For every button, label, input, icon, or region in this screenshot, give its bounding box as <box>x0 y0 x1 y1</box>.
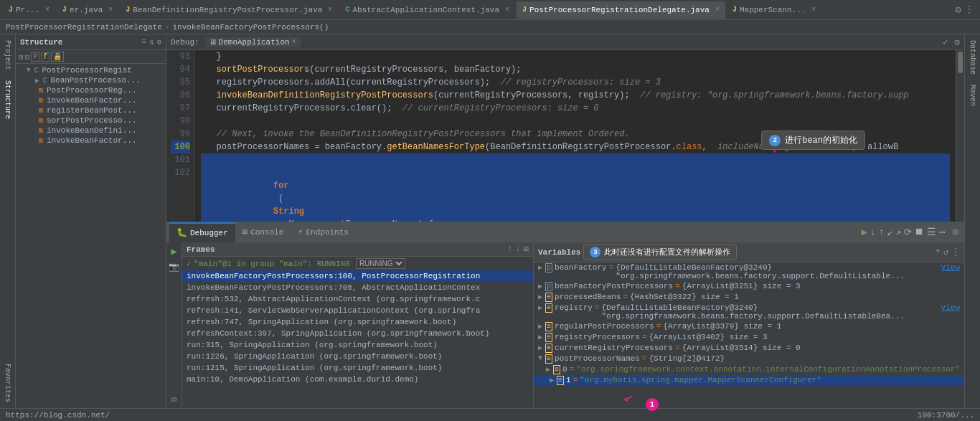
down-icon[interactable]: ↓ <box>516 244 521 255</box>
frame-item[interactable]: refresh:532, AbstractApplicationContext … <box>182 293 533 305</box>
tab-project[interactable]: J Pr... × <box>3 1 55 19</box>
lock-icon[interactable]: 🔒 <box>51 52 64 62</box>
var-value: {String[2]@4172} <box>649 354 725 363</box>
tab-close-icon[interactable]: × <box>505 6 509 14</box>
tree-item-6[interactable]: m invokeBeanDefini... <box>16 126 166 136</box>
alpha-icon[interactable]: P <box>31 52 39 62</box>
scrollbar[interactable] <box>956 50 964 222</box>
var-item-selected[interactable]: ▶ ≡ 1 = "org.mybatis.spring.mapper.Mappe… <box>534 375 964 386</box>
var-item[interactable]: ▶ p beanFactoryPostProcessors = {ArrayLi… <box>534 281 964 292</box>
f-icon[interactable]: f <box>41 52 50 62</box>
favorites-tab[interactable]: Favorites <box>4 361 11 405</box>
tab-close-icon[interactable]: × <box>328 6 332 14</box>
frame-item[interactable]: refresh:747, SpringApplication (org.spri… <box>182 316 533 328</box>
project-tab[interactable]: Project <box>4 37 11 73</box>
toolbar-btn-7[interactable]: ⏹ <box>915 227 924 237</box>
structure-tab[interactable]: Structure <box>4 77 11 122</box>
frame-item[interactable]: run:1215, SpringApplication (org.springf… <box>182 362 533 374</box>
var-item[interactable]: ▶ ≡ currentRegistryProcessors = {ArrayLi… <box>534 343 964 354</box>
var-item[interactable]: ▶ ≡ regularPostProcessors = {ArrayList@3… <box>534 321 964 332</box>
tree-item-7[interactable]: m invokeBeanFactor... <box>16 136 166 146</box>
var-name: beanFactory <box>555 263 607 272</box>
toolbar-btn-4[interactable]: ↙ <box>887 227 892 238</box>
bubble-text-2: 进行bean的初始化 <box>785 134 857 146</box>
frame-item[interactable]: refreshContext:397, SpringApplication (o… <box>182 328 533 339</box>
settings-icon[interactable]: ⚙ <box>956 4 961 16</box>
frame-item[interactable]: run:1226, SpringApplication (org.springf… <box>182 351 533 362</box>
play-icon[interactable]: ▶ <box>171 245 176 257</box>
expand-icon[interactable]: ▼ <box>538 354 542 362</box>
toolbar-btn-8[interactable]: ☰ <box>927 226 936 238</box>
expand-icon[interactable]: ▶ <box>538 303 542 312</box>
toolbar-btn-6[interactable]: ⟳ <box>904 227 912 238</box>
view-link[interactable]: View <box>941 263 960 272</box>
tab-bdrpp[interactable]: J BeanDefinitionRegistryPostProcessor.ja… <box>120 1 338 19</box>
toolbar-btn-5[interactable]: ↗ <box>895 227 901 238</box>
var-item[interactable]: ▶ ≡ registry = {DefaultListableBeanFacto… <box>534 303 964 321</box>
expand-icon[interactable]: ▶ <box>538 322 542 331</box>
expand-icon[interactable]: ▶ <box>538 293 542 301</box>
filter-icon[interactable]: ⊞ <box>19 52 24 62</box>
tab-label: BeanDefinitionRegistryPostProcessor.java <box>133 6 322 14</box>
demo-app-tab[interactable]: 🖥 DemoApplication × <box>205 37 301 47</box>
tab-close-icon[interactable]: × <box>811 6 816 14</box>
frame-item[interactable]: refresh:141, ServletWebServerApplication… <box>182 305 533 316</box>
tab-pprd[interactable]: J PostProcessorRegistrationDelegate.java… <box>517 1 725 19</box>
toolbar-btn-9[interactable]: ⋯ <box>939 226 945 238</box>
toolbar-btn-3[interactable]: ↑ <box>879 227 885 237</box>
tab-close-icon[interactable]: × <box>108 6 113 14</box>
expand-icon[interactable]: ▶ <box>538 344 542 352</box>
tree-item-5[interactable]: m sortPostProcesso... <box>16 115 166 126</box>
expand-icon[interactable]: ▶ <box>546 365 550 374</box>
database-tab[interactable]: Database <box>969 37 976 77</box>
expand-icon[interactable]: ▶ <box>538 282 542 290</box>
toolbar-btn-2[interactable]: ↓ <box>870 227 876 237</box>
toolbar-btn-1[interactable]: ▶ <box>861 226 867 238</box>
add-var-icon[interactable]: + <box>936 247 941 257</box>
infinite-icon[interactable]: ∞ <box>171 394 176 405</box>
expand-icon[interactable]: ▶ <box>550 376 554 384</box>
filter-icon2[interactable]: ⊟ <box>25 52 30 62</box>
tab-label: AbstractApplicationContext.java <box>352 6 499 14</box>
frame-item[interactable]: run:315, SpringApplication (org.springfr… <box>182 339 533 351</box>
tree-item-2[interactable]: m PostProcessorReg... <box>16 85 166 95</box>
tab-er[interactable]: J er.java × <box>57 1 118 19</box>
sort-icon[interactable]: ≡ <box>141 37 146 47</box>
tab-console[interactable]: ⊞ Console <box>235 222 291 242</box>
settings-icon[interactable]: ⚙ <box>954 37 960 48</box>
checkmark-icon: ✓ <box>943 36 948 48</box>
thread-selector[interactable]: RUNNING <box>356 258 405 269</box>
camera-icon[interactable]: 📷 <box>169 262 179 273</box>
tree-item-4[interactable]: m registerBeanPost... <box>16 105 166 115</box>
var-item[interactable]: ▶ p beanFactory = {DefaultListableBeanFa… <box>534 262 964 281</box>
frame-item[interactable]: invokeBeanFactoryPostProcessors:100, Pos… <box>182 270 533 282</box>
tree-item-3[interactable]: m invokeBeanFactor... <box>16 95 166 105</box>
tree-item-1[interactable]: ▶ C BeanPostProcesso... <box>16 75 166 85</box>
tab-aac[interactable]: C AbstractApplicationContext.java × <box>339 1 515 19</box>
frame-item[interactable]: main:10, DemoApplication (com.example.du… <box>182 374 533 385</box>
filter-frame-icon[interactable]: ⊞ <box>524 244 529 255</box>
tab-debugger[interactable]: 🐛 Debugger <box>169 222 235 242</box>
var-item[interactable]: ▶ ≡ registryProcessors = {ArrayList@3402… <box>534 332 964 343</box>
expand-icon[interactable]: ▶ <box>538 263 542 272</box>
tab-mapper[interactable]: J MapperScann... × <box>727 1 821 19</box>
tree-item-root[interactable]: ▼ C PostProcessorRegist <box>16 65 166 75</box>
var-item[interactable]: ▶ ≡ processedBeans = {HashSet@3322} size… <box>534 292 964 303</box>
settings-icon[interactable]: ⚙ <box>156 37 161 47</box>
tab-close-icon[interactable]: × <box>715 6 720 14</box>
layout-icon[interactable]: ⊞ <box>950 226 961 238</box>
frame-item[interactable]: invokeBeanFactoryPostProcessors:706, Abs… <box>182 282 533 293</box>
tab-close-icon[interactable]: × <box>45 6 50 14</box>
view-link[interactable]: View <box>941 303 960 312</box>
maven-tab[interactable]: Maven <box>969 82 976 109</box>
tab-endpoints[interactable]: ⚡ Endpoints <box>291 222 356 242</box>
reset-var-icon[interactable]: ↺ <box>943 247 948 257</box>
var-item[interactable]: ▶ ≡ 0 = "org.springframework.context.ann… <box>534 364 964 375</box>
up-icon[interactable]: ↑ <box>507 244 512 255</box>
expand-icon[interactable]: ▶ <box>538 333 542 341</box>
more-var-icon[interactable]: ⋮ <box>951 247 960 257</box>
sort2-icon[interactable]: ⇅ <box>149 37 154 47</box>
layout-icon[interactable]: ⋮ <box>964 4 974 16</box>
var-item[interactable]: ▼ ≡ postProcessorNames = {String[2]@4172… <box>534 354 964 364</box>
close-demo-icon[interactable]: × <box>292 38 296 46</box>
